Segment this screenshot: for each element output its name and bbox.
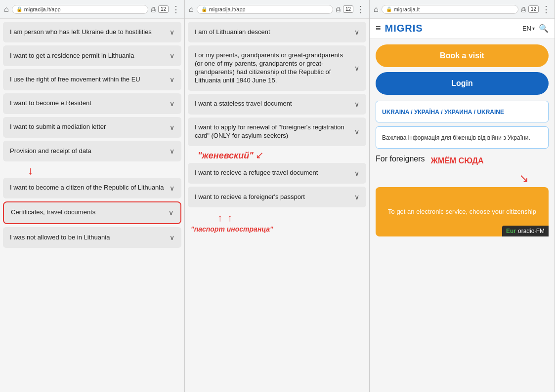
chevron-icon: ∨ [170,123,174,132]
chevron-icon: ∨ [354,100,359,109]
login-button[interactable]: Login [376,72,549,95]
menu-dots-2[interactable]: ⋮ [356,4,365,15]
item-residence[interactable]: I want to get a residence permit in Lith… [3,45,181,66]
item-free-movement[interactable]: I use the right of free movement within … [3,69,181,90]
lock-icon-1: 🔒 [16,6,22,12]
arrow-up-left: ↑ [217,212,222,224]
for-foreigners-title: For foreigners [376,155,425,163]
orange-card[interactable]: To get an electronic service, choose you… [376,187,549,236]
ukraine-info-text: Важлива інформація для біженців від війн… [382,134,530,141]
home-icon-2[interactable]: ⌂ [189,5,194,14]
annotation-zhmem: ЖМЁМ СЮДА [431,157,484,165]
ukraine-box: UKRAINA / УКРАЇНА / УКРАИНА / UKRAINE [376,101,549,122]
annotation-arrow-p1: ↓ [3,164,181,177]
item-certificates[interactable]: Certificates, travel documents ∨ [3,201,181,224]
item-foreigner-passport[interactable]: I want to recieve a foreigner's passport… [188,187,366,207]
panel-2: ⌂ 🔒 migracija.lt/app ⎙ 12 ⋮ I am of Lith… [185,0,370,392]
item-not-allowed[interactable]: I was not allowed to be in Lithuania ∨ [3,227,181,248]
chevron-icon: ∨ [170,99,174,108]
browser-bar-1: ⌂ 🔒 migracija.lt/app ⎙ 12 ⋮ [0,0,184,19]
euroradio-badge: Eur oradio·FM [502,226,549,236]
orange-card-text: To get an electronic service, choose you… [388,208,536,215]
url-text-1: migracija.lt/app [24,6,61,12]
annotation-arrow-zhenevsky: ↙ [256,150,264,160]
arrow-up-right: ↑ [227,212,232,224]
item-citizen[interactable]: I want to become a citizen of the Republ… [3,178,181,198]
share-icon-1[interactable]: ⎙ [151,5,155,13]
item-ukraine[interactable]: I am person who has left Ukraine due to … [3,22,181,42]
ukraine-info: Важлива інформація для біженців від війн… [376,126,549,149]
for-foreigners-row: For foreigners ЖМЁМ СЮДА [376,155,549,167]
migris-right: EN ▾ 🔍 [522,24,549,33]
url-text-3: migracija.lt [394,6,420,12]
home-icon-3[interactable]: ⌂ [374,5,379,14]
item-stateless[interactable]: I want a stateless travel document ∨ [188,94,366,115]
browser-bar-3: ⌂ 🔒 migracija.lt ⎙ 12 ⋮ [370,0,555,19]
chevron-icon: ∨ [354,28,359,37]
item-renewal-container: I want to apply for renewal of "foreigne… [188,118,366,163]
tab-badge-1[interactable]: 12 [158,5,169,13]
annotation-passport-arrows: ↑ ↑ [188,210,366,224]
chevron-icon: ∨ [354,169,359,178]
item-refugee-travel[interactable]: I want to recieve a refugee travel docum… [188,163,366,184]
red-arrow-down-right: ↘ [519,171,529,185]
chevron-icon: ∨ [169,208,173,217]
chevron-icon: ∨ [170,184,174,193]
item-renewal[interactable]: I want to apply for renewal of "foreigne… [188,118,366,146]
migris-content: Book a visit Login UKRAINA / УКРАЇНА / У… [370,39,555,392]
chevron-icon: ∨ [170,51,174,60]
migris-logo: ≡ MIGRIS [376,23,423,34]
item-parents[interactable]: I or my parents, grandparents or great-g… [188,45,366,91]
panel-3: ⌂ 🔒 migracija.lt ⎙ 12 ⋮ ≡ MIGRIS EN ▾ 🔍 … [370,0,555,392]
annotation-passport-text: "паспорт иностранца" [188,224,366,235]
annotation-arrow-zhmem: ↘ [376,171,549,185]
chevron-icon: ∨ [170,75,174,84]
euroradio-logo: Eur [506,228,516,235]
item-provision[interactable]: Provision and receipt of data ∨ [3,141,181,161]
lock-icon-2: 🔒 [201,6,207,12]
lang-select[interactable]: EN ▾ [522,25,535,32]
home-icon-1[interactable]: ⌂ [4,5,9,14]
search-icon[interactable]: 🔍 [539,24,549,33]
url-box-2[interactable]: 🔒 migracija.lt/app [197,5,333,14]
tab-badge-2[interactable]: 12 [343,5,353,13]
browser-bar-2: ⌂ 🔒 migracija.lt/app ⎙ 12 ⋮ [185,0,369,19]
share-icon-2[interactable]: ⎙ [336,5,340,13]
chevron-icon: ∨ [354,127,359,136]
euroradio-text: oradio·FM [518,228,545,235]
chevron-icon: ∨ [354,193,359,201]
content-area-2: I am of Lithuanian descent ∨ I or my par… [185,19,369,392]
annotation-zhenevsky: "женевский" ↙ [188,149,366,163]
chevron-icon: ∨ [354,64,359,73]
item-e-resident[interactable]: I want to become e.Resident ∨ [3,93,181,114]
migris-title: MIGRIS [385,23,423,34]
lock-icon-3: 🔒 [386,6,392,12]
panel-1: ⌂ 🔒 migracija.lt/app ⎙ 12 ⋮ I am person … [0,0,185,392]
url-box-1[interactable]: 🔒 migracija.lt/app [12,5,148,14]
url-text-2: migracija.lt/app [209,6,246,12]
chevron-icon: ∨ [170,147,174,156]
chevron-icon: ∨ [170,28,174,37]
url-box-3[interactable]: 🔒 migracija.lt [382,5,518,14]
item-mediation[interactable]: I want to submit a mediation letter ∨ [3,117,181,138]
red-arrow-down: ↓ [28,164,33,177]
book-visit-button[interactable]: Book a visit [376,44,549,67]
chevron-icon: ∨ [170,233,174,242]
share-icon-3[interactable]: ⎙ [521,5,525,13]
ukraine-title: UKRAINA / УКРАЇНА / УКРАИНА / UKRAINE [382,109,504,116]
menu-dots-3[interactable]: ⋮ [542,4,551,15]
content-area-1: I am person who has left Ukraine due to … [0,19,184,392]
hamburger-icon[interactable]: ≡ [376,23,381,34]
item-lithuanian-descent[interactable]: I am of Lithuanian descent ∨ [188,22,366,42]
tab-badge-3[interactable]: 12 [528,5,539,13]
migris-header: ≡ MIGRIS EN ▾ 🔍 [370,19,555,39]
menu-dots-1[interactable]: ⋮ [171,4,180,15]
